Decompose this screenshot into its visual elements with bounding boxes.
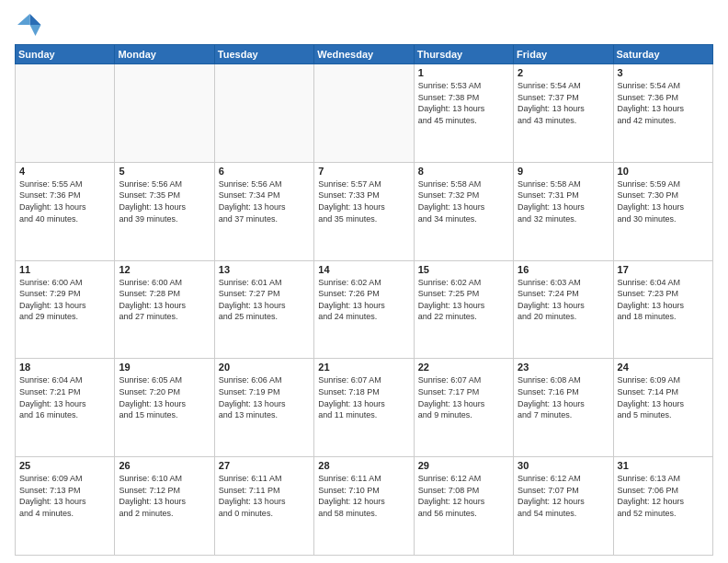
day-info: Sunrise: 6:07 AM Sunset: 7:17 PM Dayligh…	[418, 374, 509, 420]
calendar-cell: 12Sunrise: 6:00 AM Sunset: 7:28 PM Dayli…	[115, 260, 214, 359]
calendar-cell: 22Sunrise: 6:07 AM Sunset: 7:17 PM Dayli…	[414, 359, 513, 457]
day-info: Sunrise: 5:58 AM Sunset: 7:32 PM Dayligh…	[418, 178, 509, 224]
day-number: 8	[418, 166, 509, 177]
calendar-cell: 1Sunrise: 5:53 AM Sunset: 7:38 PM Daylig…	[414, 64, 513, 163]
day-info: Sunrise: 5:57 AM Sunset: 7:33 PM Dayligh…	[318, 178, 409, 224]
day-info: Sunrise: 6:00 AM Sunset: 7:28 PM Dayligh…	[119, 277, 210, 323]
day-info: Sunrise: 6:04 AM Sunset: 7:23 PM Dayligh…	[618, 277, 709, 323]
day-number: 17	[618, 264, 709, 275]
day-number: 3	[618, 67, 709, 78]
calendar-cell: 31Sunrise: 6:13 AM Sunset: 7:06 PM Dayli…	[613, 457, 712, 556]
day-info: Sunrise: 5:59 AM Sunset: 7:30 PM Dayligh…	[618, 178, 709, 224]
day-number: 26	[119, 460, 210, 471]
calendar-cell: 15Sunrise: 6:02 AM Sunset: 7:25 PM Dayli…	[414, 260, 513, 359]
day-number: 28	[318, 460, 409, 471]
week-row-2: 4Sunrise: 5:55 AM Sunset: 7:36 PM Daylig…	[16, 162, 713, 260]
weekday-header-wednesday: Wednesday	[314, 45, 414, 64]
day-number: 7	[318, 166, 409, 177]
calendar-cell: 28Sunrise: 6:11 AM Sunset: 7:10 PM Dayli…	[314, 457, 414, 556]
weekday-row: SundayMondayTuesdayWednesdayThursdayFrid…	[16, 45, 713, 64]
day-number: 14	[318, 264, 409, 275]
day-info: Sunrise: 5:54 AM Sunset: 7:36 PM Dayligh…	[618, 80, 709, 126]
calendar-cell: 20Sunrise: 6:06 AM Sunset: 7:19 PM Dayli…	[214, 359, 313, 457]
day-number: 4	[19, 166, 110, 177]
day-number: 27	[219, 460, 310, 471]
day-number: 22	[418, 362, 509, 373]
day-info: Sunrise: 5:53 AM Sunset: 7:38 PM Dayligh…	[418, 80, 509, 126]
calendar-cell: 21Sunrise: 6:07 AM Sunset: 7:18 PM Dayli…	[314, 359, 414, 457]
day-info: Sunrise: 6:12 AM Sunset: 7:08 PM Dayligh…	[418, 473, 509, 519]
calendar-body: 1Sunrise: 5:53 AM Sunset: 7:38 PM Daylig…	[16, 64, 713, 556]
day-info: Sunrise: 5:56 AM Sunset: 7:34 PM Dayligh…	[219, 178, 310, 224]
logo	[15, 11, 46, 39]
calendar-cell: 14Sunrise: 6:02 AM Sunset: 7:26 PM Dayli…	[314, 260, 414, 359]
day-number: 18	[19, 362, 110, 373]
calendar-cell: 27Sunrise: 6:11 AM Sunset: 7:11 PM Dayli…	[214, 457, 313, 556]
calendar-header: SundayMondayTuesdayWednesdayThursdayFrid…	[16, 45, 713, 64]
calendar: SundayMondayTuesdayWednesdayThursdayFrid…	[15, 44, 713, 556]
day-info: Sunrise: 6:03 AM Sunset: 7:24 PM Dayligh…	[518, 277, 609, 323]
calendar-cell: 9Sunrise: 5:58 AM Sunset: 7:31 PM Daylig…	[514, 162, 613, 260]
calendar-cell: 26Sunrise: 6:10 AM Sunset: 7:12 PM Dayli…	[115, 457, 214, 556]
calendar-cell: 25Sunrise: 6:09 AM Sunset: 7:13 PM Dayli…	[16, 457, 115, 556]
calendar-cell	[115, 64, 214, 163]
day-number: 20	[219, 362, 310, 373]
day-number: 15	[418, 264, 509, 275]
calendar-cell: 4Sunrise: 5:55 AM Sunset: 7:36 PM Daylig…	[16, 162, 115, 260]
day-info: Sunrise: 6:02 AM Sunset: 7:25 PM Dayligh…	[418, 277, 509, 323]
calendar-cell: 29Sunrise: 6:12 AM Sunset: 7:08 PM Dayli…	[414, 457, 513, 556]
calendar-cell: 30Sunrise: 6:12 AM Sunset: 7:07 PM Dayli…	[514, 457, 613, 556]
day-number: 2	[518, 67, 609, 78]
day-number: 12	[119, 264, 210, 275]
day-number: 13	[219, 264, 310, 275]
calendar-cell: 23Sunrise: 6:08 AM Sunset: 7:16 PM Dayli…	[514, 359, 613, 457]
day-info: Sunrise: 6:09 AM Sunset: 7:14 PM Dayligh…	[618, 374, 709, 420]
calendar-cell: 7Sunrise: 5:57 AM Sunset: 7:33 PM Daylig…	[314, 162, 414, 260]
day-number: 29	[418, 460, 509, 471]
calendar-cell: 17Sunrise: 6:04 AM Sunset: 7:23 PM Dayli…	[613, 260, 712, 359]
day-info: Sunrise: 6:07 AM Sunset: 7:18 PM Dayligh…	[318, 374, 409, 420]
day-number: 25	[19, 460, 110, 471]
day-number: 24	[618, 362, 709, 373]
day-info: Sunrise: 6:06 AM Sunset: 7:19 PM Dayligh…	[219, 374, 310, 420]
day-info: Sunrise: 6:12 AM Sunset: 7:07 PM Dayligh…	[518, 473, 609, 519]
day-info: Sunrise: 6:13 AM Sunset: 7:06 PM Dayligh…	[618, 473, 709, 519]
day-info: Sunrise: 6:04 AM Sunset: 7:21 PM Dayligh…	[19, 374, 110, 420]
calendar-cell: 2Sunrise: 5:54 AM Sunset: 7:37 PM Daylig…	[514, 64, 613, 163]
calendar-cell: 13Sunrise: 6:01 AM Sunset: 7:27 PM Dayli…	[214, 260, 313, 359]
day-number: 16	[518, 264, 609, 275]
calendar-cell: 24Sunrise: 6:09 AM Sunset: 7:14 PM Dayli…	[613, 359, 712, 457]
day-info: Sunrise: 5:58 AM Sunset: 7:31 PM Dayligh…	[518, 178, 609, 224]
weekday-header-saturday: Saturday	[613, 45, 712, 64]
day-info: Sunrise: 6:10 AM Sunset: 7:12 PM Dayligh…	[119, 473, 210, 519]
weekday-header-sunday: Sunday	[16, 45, 115, 64]
calendar-cell: 5Sunrise: 5:56 AM Sunset: 7:35 PM Daylig…	[115, 162, 214, 260]
day-number: 31	[618, 460, 709, 471]
day-info: Sunrise: 6:01 AM Sunset: 7:27 PM Dayligh…	[219, 277, 310, 323]
calendar-cell	[314, 64, 414, 163]
day-info: Sunrise: 6:11 AM Sunset: 7:11 PM Dayligh…	[219, 473, 310, 519]
day-number: 11	[19, 264, 110, 275]
calendar-cell: 10Sunrise: 5:59 AM Sunset: 7:30 PM Dayli…	[613, 162, 712, 260]
day-info: Sunrise: 5:54 AM Sunset: 7:37 PM Dayligh…	[518, 80, 609, 126]
calendar-cell: 16Sunrise: 6:03 AM Sunset: 7:24 PM Dayli…	[514, 260, 613, 359]
svg-marker-2	[17, 14, 30, 25]
page: SundayMondayTuesdayWednesdayThursdayFrid…	[0, 0, 728, 563]
day-number: 21	[318, 362, 409, 373]
calendar-cell	[16, 64, 115, 163]
day-number: 9	[518, 166, 609, 177]
svg-marker-1	[30, 25, 41, 36]
day-number: 1	[418, 67, 509, 78]
week-row-4: 18Sunrise: 6:04 AM Sunset: 7:21 PM Dayli…	[16, 359, 713, 457]
calendar-cell	[214, 64, 313, 163]
day-number: 5	[119, 166, 210, 177]
day-info: Sunrise: 6:05 AM Sunset: 7:20 PM Dayligh…	[119, 374, 210, 420]
day-info: Sunrise: 6:00 AM Sunset: 7:29 PM Dayligh…	[19, 277, 110, 323]
day-number: 6	[219, 166, 310, 177]
calendar-cell: 11Sunrise: 6:00 AM Sunset: 7:29 PM Dayli…	[16, 260, 115, 359]
day-number: 30	[518, 460, 609, 471]
day-info: Sunrise: 6:08 AM Sunset: 7:16 PM Dayligh…	[518, 374, 609, 420]
logo-icon	[15, 11, 42, 39]
day-info: Sunrise: 6:02 AM Sunset: 7:26 PM Dayligh…	[318, 277, 409, 323]
calendar-cell: 6Sunrise: 5:56 AM Sunset: 7:34 PM Daylig…	[214, 162, 313, 260]
